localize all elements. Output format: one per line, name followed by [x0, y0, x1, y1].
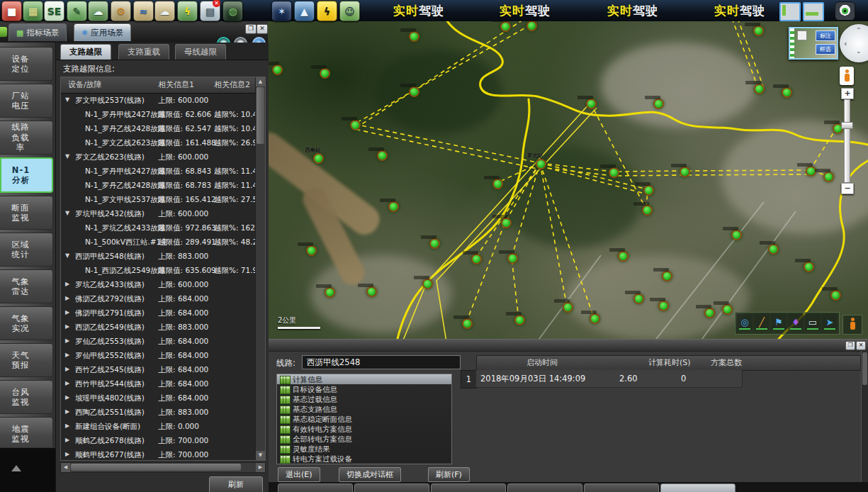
- close-panel-button[interactable]: ✕: [856, 341, 866, 350]
- expander-icon[interactable]: [65, 249, 74, 263]
- station-marker[interactable]: [830, 290, 841, 301]
- table-row[interactable]: N-1_罗坑乙线2433故障 越限值: 972.863 越限%: 162: [61, 220, 256, 235]
- table-row[interactable]: N-1_罗文甲线2537故障 越限值: 165.412 越限%: 27.5: [61, 192, 256, 206]
- table-row[interactable]: 罗文甲线2537(线路) 上限: 600.000: [61, 93, 256, 107]
- expander-icon[interactable]: [65, 206, 74, 220]
- map-tool-icon[interactable]: ◎: [737, 314, 753, 330]
- app-icon[interactable]: ◍: [222, 1, 243, 21]
- tab-indicator-scene[interactable]: ▦ 指标场景: [9, 23, 67, 41]
- sidebar-item[interactable]: 断面监视: [0, 196, 53, 230]
- checklist-item[interactable]: 灵敏度结果: [277, 444, 451, 454]
- table-row[interactable]: N-1_罗丹乙线2428故障 越限值: 62.547 越限%: 10.4: [61, 121, 256, 135]
- station-marker[interactable]: [500, 21, 511, 32]
- zoom-in-button[interactable]: +: [841, 88, 854, 99]
- table-row[interactable]: 坡瑶甲线4802(线路) 上限: 684.000: [61, 391, 256, 405]
- sidebar-item[interactable]: 区域统计: [0, 233, 53, 267]
- bottom-tab[interactable]: [278, 483, 353, 492]
- table-row[interactable]: N-1_罗文乙线2623故障 越限值: 161.488 越限%: 26.9: [61, 135, 256, 150]
- expander-icon[interactable]: [65, 447, 74, 460]
- station-marker[interactable]: [320, 68, 330, 79]
- app-icon[interactable]: ▤: [200, 1, 220, 21]
- panel-scroll-thumb[interactable]: [862, 352, 867, 385]
- station-marker[interactable]: [409, 31, 419, 42]
- expander-icon[interactable]: [65, 348, 74, 362]
- station-marker[interactable]: [618, 251, 629, 262]
- line-name-input[interactable]: 西沥甲线2548: [302, 355, 461, 369]
- station-marker[interactable]: [642, 205, 653, 216]
- table-row[interactable]: 西陶乙线2551(线路) 上限: 883.000: [61, 405, 256, 419]
- app-icon[interactable]: ⚙: [111, 1, 131, 21]
- station-marker[interactable]: [507, 253, 518, 264]
- subtab-branch-limit[interactable]: 支路越限: [60, 44, 111, 60]
- bottom-tab[interactable]: [660, 483, 735, 492]
- overview-mini-map[interactable]: 标注 框选: [789, 27, 838, 60]
- expander-icon[interactable]: [65, 277, 74, 291]
- sidebar-item[interactable]: 线路负载率: [0, 121, 53, 155]
- zoom-slider-track[interactable]: [844, 99, 850, 183]
- map-tool-icon[interactable]: ⚑: [771, 314, 787, 330]
- scroll-up-icon[interactable]: ▲: [256, 77, 265, 86]
- subtab-branch-overload[interactable]: 支路重载: [118, 44, 169, 60]
- station-marker[interactable]: [422, 279, 433, 289]
- station-marker[interactable]: [680, 167, 690, 177]
- expander-icon[interactable]: [65, 405, 74, 419]
- station-marker[interactable]: [823, 172, 834, 182]
- sidebar-collapse-area[interactable]: [0, 447, 55, 492]
- table-row[interactable]: 西沥甲线2548(线路) 上限: 883.000: [61, 249, 256, 263]
- app-icon[interactable]: ϟ: [177, 1, 198, 21]
- bottom-tab[interactable]: [354, 483, 429, 492]
- zoom-out-button[interactable]: −: [841, 183, 854, 194]
- station-marker[interactable]: [350, 120, 361, 130]
- station-marker[interactable]: [731, 230, 742, 240]
- station-marker[interactable]: [609, 167, 619, 178]
- scroll-thumb[interactable]: [257, 87, 264, 144]
- station-marker[interactable]: [753, 26, 764, 36]
- bottom-tab[interactable]: [507, 483, 582, 492]
- panel-button[interactable]: 切换成对话框: [339, 467, 401, 482]
- table-row[interactable]: 罗仙乙线2553(线路) 上限: 684.000: [61, 334, 256, 348]
- pan-up-icon[interactable]: ˆ: [857, 27, 861, 36]
- station-marker[interactable]: [306, 245, 317, 256]
- overview-toggle-button[interactable]: [797, 30, 807, 40]
- subtab-bus-limit[interactable]: 母线越限: [175, 44, 226, 60]
- expander-icon[interactable]: [65, 320, 74, 334]
- station-marker[interactable]: [658, 301, 669, 311]
- app-icon[interactable]: ▦: [23, 1, 43, 21]
- table-row[interactable]: 佛沥乙线2792(线路) 上限: 684.000: [61, 291, 256, 306]
- expander-icon[interactable]: [65, 150, 74, 164]
- pan-left-icon[interactable]: ‹: [844, 39, 847, 48]
- checklist-item[interactable]: 目标设备信息: [277, 384, 451, 394]
- checklist-item[interactable]: 转电方案过载设备: [277, 454, 451, 464]
- tab-application-scene[interactable]: ❄ 应用场景: [74, 23, 131, 41]
- table-row[interactable]: 佛沥甲线2791(线路) 上限: 684.000: [61, 306, 256, 320]
- layout-toggle-left-icon[interactable]: [779, 2, 801, 21]
- table-row[interactable]: N-1_罗丹甲线2427故障 越限值: 68.843 越限%: 11.4: [61, 164, 256, 178]
- mode-label[interactable]: 实时驾驶: [714, 3, 765, 19]
- station-marker[interactable]: [782, 87, 792, 98]
- layout-toggle-bottom-icon[interactable]: [803, 2, 824, 21]
- station-marker[interactable]: [704, 308, 715, 318]
- hscroll-thumb[interactable]: [71, 464, 241, 471]
- panel-scrollbar[interactable]: [861, 351, 868, 483]
- station-marker[interactable]: 罗坑站: [536, 159, 546, 169]
- sidebar-item[interactable]: 设备定位: [0, 47, 53, 81]
- expander-icon[interactable]: [65, 334, 74, 348]
- refresh-button[interactable]: 刷新: [209, 476, 263, 492]
- station-marker[interactable]: [643, 185, 654, 196]
- expander-icon[interactable]: [65, 291, 74, 306]
- station-marker[interactable]: 西南站: [313, 153, 324, 164]
- table-row[interactable]: N-1_500kV西江站.#1主变故障 越限值: 289.491 越限%: 48…: [61, 235, 256, 249]
- checklist-item[interactable]: 全部转电方案信息: [277, 434, 451, 444]
- annotate-button[interactable]: 标注: [816, 30, 835, 41]
- sidebar-item[interactable]: 厂站电压: [0, 84, 53, 118]
- table-row[interactable]: 顺鹤甲线2677(线路) 上限: 700.000: [61, 447, 256, 460]
- float-window-button[interactable]: ❐: [845, 341, 855, 350]
- street-view-control[interactable]: [840, 67, 854, 85]
- panel-button[interactable]: 退出(E): [278, 467, 320, 482]
- box-select-button[interactable]: 框选: [816, 44, 835, 55]
- station-marker[interactable]: [272, 65, 283, 75]
- map-tool-icon[interactable]: ➤: [822, 314, 838, 330]
- expander-icon[interactable]: [65, 306, 74, 320]
- station-marker[interactable]: [429, 238, 440, 249]
- station-marker[interactable]: [804, 262, 814, 272]
